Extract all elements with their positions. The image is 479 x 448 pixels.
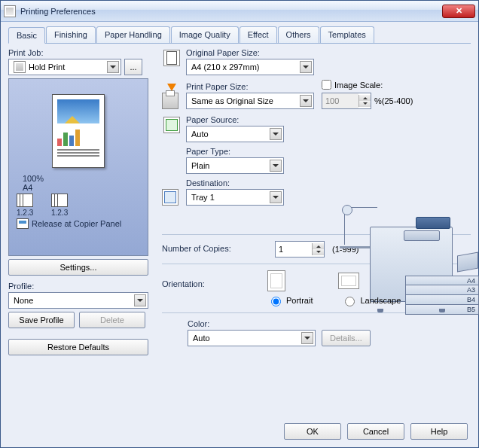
collate-icon-2: 1.2.3 bbox=[51, 194, 72, 217]
print-size-label: Print Paper Size: bbox=[186, 82, 314, 91]
image-scale-range: %(25-400) bbox=[374, 96, 413, 105]
printing-preferences-window: Printing Preferences ✕ Basic Finishing P… bbox=[0, 0, 479, 448]
dialog-footer: OK Cancel Help bbox=[284, 423, 468, 440]
copies-field[interactable] bbox=[276, 242, 312, 257]
tab-basic[interactable]: Basic bbox=[8, 27, 45, 44]
tab-templates[interactable]: Templates bbox=[320, 26, 374, 43]
release-icon bbox=[17, 218, 29, 229]
delete-profile-button[interactable]: Delete bbox=[79, 312, 145, 328]
paper-source-value: Auto bbox=[191, 130, 267, 139]
image-scale-field[interactable] bbox=[322, 93, 358, 108]
profile-label: Profile: bbox=[8, 282, 151, 291]
profile-combo[interactable]: None bbox=[8, 292, 148, 309]
portrait-icon bbox=[267, 270, 285, 291]
preview-chart-icon bbox=[57, 126, 99, 146]
paper-source-combo[interactable]: Auto bbox=[186, 126, 284, 142]
print-job-value: Hold Print bbox=[29, 62, 104, 72]
preview-zoom: 100% bbox=[23, 174, 44, 183]
collate-caption-1: 1.2.3 bbox=[17, 209, 38, 217]
preview-photo-icon bbox=[57, 99, 99, 123]
portrait-label: Portrait bbox=[286, 296, 313, 305]
chevron-down-icon bbox=[270, 160, 282, 172]
destination-icon bbox=[162, 189, 178, 206]
landscape-radio[interactable]: Landscape bbox=[341, 294, 401, 306]
paper-type-combo[interactable]: Plain bbox=[186, 157, 284, 174]
close-button[interactable]: ✕ bbox=[442, 5, 475, 18]
image-scale-label: Image Scale: bbox=[334, 81, 383, 90]
titlebar: Printing Preferences ✕ bbox=[1, 1, 478, 22]
chevron-down-icon bbox=[134, 294, 146, 306]
settings-button[interactable]: Settings... bbox=[8, 259, 148, 276]
orientation-label: Orientation: bbox=[162, 279, 205, 288]
cancel-button[interactable]: Cancel bbox=[347, 423, 404, 440]
image-scale-check[interactable] bbox=[322, 80, 331, 90]
original-size-value: A4 (210 x 297mm) bbox=[191, 62, 297, 72]
image-scale-input[interactable] bbox=[322, 93, 371, 109]
landscape-label: Landscape bbox=[360, 296, 401, 305]
image-scale-checkbox[interactable]: Image Scale: bbox=[322, 80, 383, 90]
print-job-combo[interactable]: Hold Print bbox=[8, 59, 121, 75]
chevron-down-icon bbox=[301, 332, 313, 344]
restore-defaults-button[interactable]: Restore Defaults bbox=[8, 339, 148, 355]
printer-icon bbox=[162, 93, 178, 109]
chevron-down-icon bbox=[270, 191, 282, 203]
paper-source-icon bbox=[163, 117, 180, 133]
destination-value: Tray 1 bbox=[191, 193, 267, 202]
tab-strip: Basic Finishing Paper Handling Image Qua… bbox=[8, 26, 471, 44]
left-column: Print Job: Hold Print ... 100% bbox=[8, 48, 151, 355]
tab-image-quality[interactable]: Image Quality bbox=[171, 26, 239, 43]
chevron-down-icon bbox=[107, 61, 119, 73]
right-column: Original Paper Size: A4 (210 x 297mm) Pr… bbox=[162, 48, 471, 355]
destination-combo[interactable]: Tray 1 bbox=[186, 189, 284, 206]
copies-input[interactable] bbox=[275, 241, 325, 258]
tab-effect[interactable]: Effect bbox=[240, 26, 277, 43]
copies-label: Number of Copies: bbox=[162, 244, 267, 253]
window-title: Printing Preferences bbox=[20, 7, 442, 16]
portrait-radio[interactable]: Portrait bbox=[267, 294, 313, 306]
copies-spinner[interactable] bbox=[312, 243, 324, 255]
original-size-combo[interactable]: A4 (210 x 297mm) bbox=[186, 59, 314, 75]
print-job-options-button[interactable]: ... bbox=[124, 59, 142, 75]
ok-button[interactable]: OK bbox=[284, 423, 341, 440]
destination-label: Destination: bbox=[186, 178, 471, 187]
printer-icon bbox=[4, 5, 16, 17]
preview-pane: 100% A4 1.2.3 1.2.3 Re bbox=[8, 78, 148, 256]
color-combo[interactable]: Auto bbox=[188, 330, 316, 346]
preview-lines-icon bbox=[57, 149, 99, 157]
release-label: Release at Copier Panel bbox=[32, 219, 121, 228]
color-value: Auto bbox=[193, 334, 298, 343]
chevron-down-icon bbox=[300, 95, 312, 107]
color-label: Color: bbox=[188, 319, 371, 328]
color-details-button[interactable]: Details... bbox=[322, 330, 371, 346]
save-profile-button[interactable]: Save Profile bbox=[8, 312, 75, 328]
paper-source-label: Paper Source: bbox=[186, 115, 471, 124]
paper-type-label: Paper Type: bbox=[186, 147, 471, 156]
preview-paper: A4 bbox=[23, 183, 32, 192]
original-size-icon bbox=[163, 50, 180, 66]
print-size-value: Same as Original Size bbox=[191, 96, 297, 105]
collate-caption-2: 1.2.3 bbox=[51, 209, 72, 217]
collate-icon-1: 1.2.3 bbox=[17, 194, 38, 217]
profile-value: None bbox=[14, 296, 131, 305]
tab-finishing[interactable]: Finishing bbox=[46, 26, 96, 43]
image-scale-spinner[interactable] bbox=[358, 95, 371, 107]
hold-print-icon bbox=[14, 61, 26, 73]
preview-page bbox=[52, 94, 105, 168]
landscape-icon bbox=[338, 273, 359, 289]
paper-type-value: Plain bbox=[191, 161, 267, 170]
print-size-combo[interactable]: Same as Original Size bbox=[186, 93, 314, 109]
print-job-label: Print Job: bbox=[8, 48, 151, 57]
tab-paper-handling[interactable]: Paper Handling bbox=[96, 26, 170, 43]
chevron-down-icon bbox=[300, 61, 312, 73]
client-area: Basic Finishing Paper Handling Image Qua… bbox=[1, 22, 478, 447]
chevron-down-icon bbox=[270, 128, 282, 140]
original-size-label: Original Paper Size: bbox=[186, 48, 471, 57]
help-button[interactable]: Help bbox=[410, 423, 468, 440]
color-icon bbox=[163, 325, 180, 342]
tab-others[interactable]: Others bbox=[278, 26, 319, 43]
